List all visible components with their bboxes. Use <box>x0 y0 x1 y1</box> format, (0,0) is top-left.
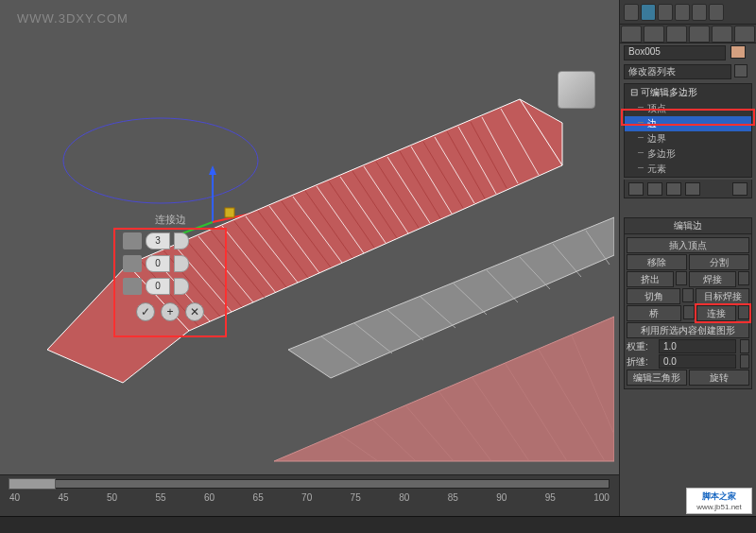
weld-settings-button[interactable] <box>738 271 749 285</box>
remove-button[interactable]: 移除 <box>627 254 687 270</box>
stack-remove-button[interactable] <box>685 182 700 196</box>
bridge-settings-button[interactable] <box>683 305 695 319</box>
stack-root[interactable]: ⊟ 可编辑多边形 <box>625 84 751 101</box>
stack-toolbar <box>624 180 752 198</box>
stack-edge-highlight <box>621 109 755 126</box>
tool-hierarchy[interactable] <box>658 4 673 21</box>
crease-spinner[interactable] <box>740 354 749 369</box>
command-panel: Box005 修改器列表 ⊟ 可编辑多边形 顶点 边 边界 多边形 元素 编辑边… <box>619 0 756 533</box>
object-color-swatch[interactable] <box>730 45 746 59</box>
chamfer-button[interactable]: 切角 <box>627 288 680 304</box>
caddy-highlight <box>113 228 227 337</box>
modifier-stack[interactable]: ⊟ 可编辑多边形 顶点 边 边界 多边形 元素 <box>624 83 752 178</box>
panel-tab-3[interactable] <box>666 26 687 43</box>
footer-logo: 脚本之家 www.jb51.net <box>686 488 752 514</box>
stack-sub-polygon[interactable]: 多边形 <box>625 146 751 162</box>
target-weld-button[interactable]: 目标焊接 <box>696 288 749 304</box>
viewcube-cube[interactable] <box>558 71 595 109</box>
extrude-button[interactable]: 挤出 <box>627 271 674 287</box>
viewport[interactable]: 连接边 3 0 0 ✓ + ✕ <box>0 0 619 474</box>
panel-tab-6[interactable] <box>734 26 755 43</box>
tool-motion[interactable] <box>675 4 690 21</box>
modifier-list-dropdown[interactable]: 修改器列表 <box>624 64 731 79</box>
edit-edges-rollout: 编辑边 插入顶点 移除 分割 挤出 焊接 切角 目标焊接 桥 <box>624 217 752 389</box>
weight-spinner[interactable] <box>740 339 749 353</box>
crease-label: 折缝: <box>627 355 655 369</box>
panel-tab-4[interactable] <box>689 26 710 43</box>
panel-tab-5[interactable] <box>712 26 732 43</box>
timeline[interactable]: 4045 5055 6065 7075 8085 9095 100 <box>0 474 619 516</box>
panel-tab-2[interactable] <box>644 26 664 43</box>
tool-create[interactable] <box>624 4 639 21</box>
tool-utilities[interactable] <box>709 4 724 21</box>
edit-tri-button[interactable]: 编辑三角形 <box>627 370 687 386</box>
svg-point-0 <box>63 118 258 203</box>
footer-line2: www.jb51.net <box>696 503 742 511</box>
caddy-title: 连接边 <box>113 213 227 227</box>
stack-config-button[interactable] <box>732 182 747 196</box>
main-toolbar <box>620 0 756 25</box>
viewcube[interactable] <box>553 66 600 113</box>
object-name-input[interactable]: Box005 <box>624 45 726 60</box>
weight-input[interactable]: 1.0 <box>659 339 736 353</box>
timeline-slider[interactable] <box>9 478 56 490</box>
footer-line1: 脚本之家 <box>702 490 736 503</box>
timeline-ticks: 4045 5055 6065 7075 8085 9095 100 <box>9 492 610 503</box>
crease-input[interactable]: 0.0 <box>659 354 736 369</box>
edit-edges-header[interactable]: 编辑边 <box>625 218 751 234</box>
stack-sub-border[interactable]: 边界 <box>625 131 751 146</box>
modifier-pin-button[interactable] <box>734 64 747 77</box>
tool-modify[interactable] <box>641 4 656 21</box>
panel-tabs <box>620 25 756 43</box>
extrude-settings-button[interactable] <box>676 271 687 285</box>
stack-pin-button[interactable] <box>628 182 644 196</box>
turn-button[interactable]: 旋转 <box>689 370 749 386</box>
stack-sub-element[interactable]: 元素 <box>625 162 751 177</box>
stack-show-button[interactable] <box>647 182 662 196</box>
watermark: WWW.3DXY.COM <box>17 11 129 26</box>
connect-button[interactable]: 连接 <box>696 305 736 321</box>
split-button[interactable]: 分割 <box>689 254 749 270</box>
svg-marker-2 <box>209 165 216 175</box>
timeline-track[interactable] <box>9 479 610 489</box>
status-bar <box>0 516 756 533</box>
weight-label: 权重: <box>627 340 655 353</box>
chamfer-settings-button[interactable] <box>682 288 694 302</box>
connect-edges-caddy: 连接边 3 0 0 ✓ + ✕ <box>113 213 227 340</box>
stack-unique-button[interactable] <box>666 182 681 196</box>
insert-vertex-button[interactable]: 插入顶点 <box>627 237 749 253</box>
tool-display[interactable] <box>692 4 707 21</box>
weld-button[interactable]: 焊接 <box>689 271 736 287</box>
connect-settings-button[interactable] <box>738 305 749 319</box>
create-shape-button[interactable]: 利用所选内容创建图形 <box>627 322 749 338</box>
bridge-button[interactable]: 桥 <box>627 305 681 321</box>
panel-tab-1[interactable] <box>621 26 642 43</box>
